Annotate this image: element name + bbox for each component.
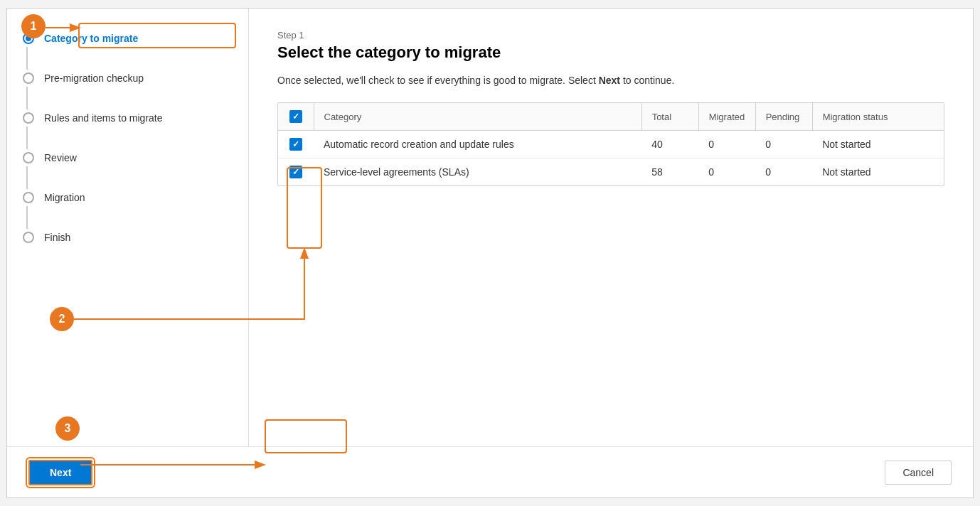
row2-total: 58: [641, 158, 698, 186]
row1-checkbox-col[interactable]: [278, 131, 314, 158]
row2-status: Not started: [812, 158, 944, 186]
line-2: [26, 87, 28, 109]
right-panel: Step 1 Select the category to migrate On…: [249, 9, 973, 446]
step-label-migration: Migration: [44, 192, 85, 204]
step-description: Once selected, we'll check to see if eve…: [277, 73, 944, 88]
step-connector-6: [21, 232, 36, 243]
step-entry-category: Category to migrate: [21, 30, 234, 70]
next-button[interactable]: Next: [28, 460, 92, 485]
table-header-row: Category Total Migrated Pending Migratio…: [278, 103, 944, 131]
row1-total: 40: [641, 131, 698, 158]
header-migrated: Migrated: [698, 103, 755, 131]
table-row: Service-level agreements (SLAs) 58 0 0 N…: [278, 158, 944, 186]
step-connector-2: [21, 72, 36, 84]
step-label-review: Review: [44, 152, 77, 164]
row1-status: Not started: [812, 131, 944, 158]
row1-checkbox[interactable]: [289, 138, 302, 151]
step-connector-5: [21, 192, 36, 203]
steps-list: Category to migrate Pre-migration checku…: [21, 30, 234, 246]
step-entry-finish: Finish: [21, 229, 234, 246]
step-node-finish: Finish: [21, 229, 70, 246]
description-text-start: Once selected, we'll check to see if eve…: [277, 75, 599, 86]
step-entry-review: Review: [21, 149, 234, 189]
row1-category: Automatic record creation and update rul…: [314, 131, 641, 158]
step-circle-review: [23, 152, 34, 163]
step-node-review: Review: [21, 149, 77, 166]
header-migration-status: Migration status: [812, 103, 944, 131]
select-all-checkbox[interactable]: [289, 110, 302, 123]
step-connector-4: [21, 152, 36, 163]
description-text-end: to continue.: [620, 75, 674, 86]
step-label-category: Category to migrate: [44, 33, 138, 45]
header-total: Total: [641, 103, 698, 131]
category-table: Category Total Migrated Pending Migratio…: [277, 102, 944, 186]
row1-migrated: 0: [698, 131, 755, 158]
line-4: [26, 166, 28, 189]
step-connector-3: [21, 112, 36, 124]
step-circle-premigration: [23, 72, 34, 84]
line-5: [26, 206, 28, 229]
step-label-rules: Rules and items to migrate: [44, 112, 163, 124]
step-circle-migration: [23, 192, 34, 203]
step-entry-migration: Migration: [21, 189, 234, 229]
step-circle-rules: [23, 112, 34, 124]
step-number-label: Step 1: [277, 30, 944, 41]
main-window: Category to migrate Pre-migration checku…: [6, 8, 974, 498]
row2-category: Service-level agreements (SLAs): [314, 158, 641, 186]
step-node-rules: Rules and items to migrate: [21, 109, 163, 126]
step-node-premigration: Pre-migration checkup: [21, 70, 144, 87]
row2-migrated: 0: [698, 158, 755, 186]
callout-3: 3: [55, 416, 80, 441]
step-circle-finish: [23, 232, 34, 243]
row1-pending: 0: [755, 131, 812, 158]
line-1: [26, 47, 28, 70]
sidebar: Category to migrate Pre-migration checku…: [7, 9, 249, 446]
step-entry-rules: Rules and items to migrate: [21, 109, 234, 149]
step-entry-premigration: Pre-migration checkup: [21, 70, 234, 109]
bottom-bar: Next Cancel: [7, 446, 973, 497]
row2-pending: 0: [755, 158, 812, 186]
cancel-button[interactable]: Cancel: [885, 461, 952, 485]
header-category: Category: [314, 103, 641, 131]
step-label-premigration: Pre-migration checkup: [44, 72, 144, 85]
step-node-migration: Migration: [21, 189, 85, 206]
line-3: [26, 126, 28, 149]
step-title: Select the category to migrate: [277, 43, 944, 62]
row2-checkbox[interactable]: [289, 166, 302, 178]
header-pending: Pending: [755, 103, 812, 131]
step-label-finish: Finish: [44, 232, 70, 244]
callout-1: 1: [21, 14, 46, 38]
row2-checkbox-col[interactable]: [278, 158, 314, 186]
description-bold: Next: [599, 75, 620, 86]
callout-2: 2: [50, 307, 74, 331]
table-row: Automatic record creation and update rul…: [278, 131, 944, 158]
header-checkbox-col[interactable]: [278, 103, 314, 131]
